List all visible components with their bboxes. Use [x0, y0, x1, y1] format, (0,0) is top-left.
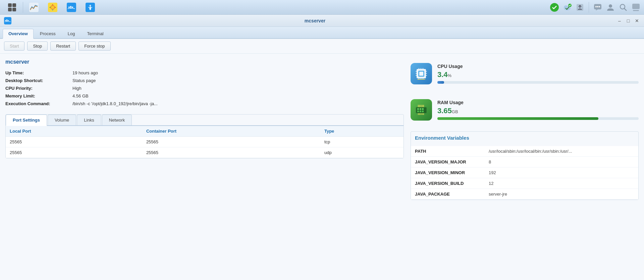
svg-point-7	[51, 6, 54, 9]
stop-button[interactable]: Stop	[27, 42, 48, 51]
status-ok-icon[interactable]	[549, 2, 560, 13]
svg-line-28	[624, 8, 627, 11]
tab-port-settings[interactable]: Port Settings	[6, 115, 47, 126]
bottom-tabs: Port Settings Volume Links Network	[6, 115, 404, 126]
apps-icon[interactable]	[631, 2, 641, 13]
ram-usage-card: RAM Usage 3.65GB	[411, 95, 639, 125]
cpu-priority-label: CPU Priority:	[5, 86, 72, 91]
main-window: mcserver – □ ✕ Overview Process Log Term…	[0, 15, 644, 280]
env-value: /usr/local/sbin:/usr/local/bin:/usr/sbin…	[485, 146, 638, 157]
env-table: PATH /usr/local/sbin:/usr/local/bin:/usr…	[411, 146, 638, 200]
svg-point-27	[620, 4, 625, 9]
main-tabs: Overview Process Log Terminal	[0, 27, 644, 39]
svg-rect-54	[417, 108, 419, 110]
svg-point-26	[609, 4, 612, 8]
svg-rect-38	[419, 72, 423, 76]
svg-rect-0	[8, 3, 12, 7]
tab-links[interactable]: Links	[77, 115, 101, 125]
shortcut-value: Status page	[72, 78, 96, 83]
svg-point-23	[595, 6, 597, 7]
svg-point-24	[597, 6, 598, 7]
cpu-progress-bg	[437, 81, 639, 84]
minimize-button[interactable]: –	[616, 18, 623, 24]
tab-network[interactable]: Network	[102, 115, 132, 125]
right-panel: CPU Usage 3.4%	[411, 59, 639, 275]
taskbar	[0, 0, 644, 15]
list-item: JAVA_PACKAGE server-jre	[411, 189, 638, 200]
svg-rect-32	[5, 20, 6, 21]
port-table: Local Port Container Port Type 25565 255…	[6, 126, 404, 158]
svg-rect-60	[418, 113, 419, 115]
svg-rect-39	[419, 68, 419, 69]
ram-progress-bg	[437, 117, 639, 120]
svg-rect-56	[422, 108, 424, 110]
uptime-row: Up Time: 19 hours ago	[5, 69, 404, 77]
env-value: server-jre	[485, 189, 638, 200]
svg-rect-30	[633, 10, 639, 11]
ram-icon	[411, 99, 432, 121]
col-local-port: Local Port	[6, 126, 142, 137]
search-icon[interactable]	[618, 2, 629, 13]
tab-volume[interactable]: Volume	[48, 115, 76, 125]
svg-rect-57	[417, 111, 419, 112]
user-icon[interactable]	[605, 2, 616, 13]
shortcut-row: Desktop Shortcut: Status page	[5, 77, 404, 84]
ram-usage-value: 3.65GB	[437, 107, 639, 115]
cpu-icon	[411, 63, 432, 84]
svg-rect-50	[426, 75, 427, 76]
env-key: JAVA_VERSION_MINOR	[411, 167, 485, 178]
cloud-sync-icon[interactable]	[562, 2, 573, 13]
force-stop-button[interactable]: Force stop	[78, 42, 110, 51]
type-cell: tcp	[320, 137, 404, 147]
svg-point-25	[599, 6, 600, 7]
svg-rect-10	[70, 6, 71, 7]
env-value: 192	[485, 167, 638, 178]
upload-icon[interactable]	[575, 2, 585, 13]
restore-button[interactable]: □	[625, 18, 631, 24]
svg-rect-68	[422, 105, 423, 107]
taskbar-app-docker[interactable]	[62, 1, 81, 14]
cpu-usage-title: CPU Usage	[437, 64, 639, 69]
env-section: Environment Variables PATH /usr/local/sb…	[411, 131, 639, 200]
restart-button[interactable]: Restart	[50, 42, 76, 51]
col-container-port: Container Port	[142, 126, 320, 137]
cpu-usage-value: 3.4%	[437, 70, 639, 79]
exec-command-label: Execution Command:	[5, 101, 72, 106]
memory-limit-label: Memory Limit:	[5, 93, 72, 98]
svg-rect-29	[632, 4, 640, 9]
cpu-usage-card: CPU Usage 3.4%	[411, 59, 639, 88]
server-info-table: Up Time: 19 hours ago Desktop Shortcut: …	[5, 69, 404, 108]
svg-rect-66	[419, 105, 420, 107]
taskbar-app-stocks[interactable]	[24, 1, 43, 14]
svg-rect-9	[68, 7, 70, 8]
chat-icon[interactable]	[592, 2, 603, 13]
svg-point-14	[89, 8, 91, 10]
list-item: JAVA_VERSION_BUILD 12	[411, 178, 638, 189]
toolbar: Start Stop Restart Force stop	[0, 39, 644, 54]
local-port-cell: 25565	[6, 147, 142, 158]
svg-rect-65	[418, 105, 419, 107]
start-button[interactable]: Start	[4, 42, 24, 51]
svg-rect-58	[420, 111, 421, 112]
tab-terminal[interactable]: Terminal	[82, 29, 109, 38]
svg-rect-46	[416, 73, 417, 74]
table-row: 25565 25565 udp	[6, 147, 404, 158]
svg-rect-62	[421, 113, 421, 115]
svg-rect-40	[421, 68, 421, 69]
taskbar-app-grid[interactable]	[3, 1, 21, 14]
svg-rect-35	[8, 20, 9, 21]
svg-rect-33	[6, 19, 7, 20]
svg-rect-48	[426, 71, 427, 72]
tab-process[interactable]: Process	[34, 29, 61, 38]
close-button[interactable]: ✕	[634, 18, 640, 24]
table-row: 25565 25565 tcp	[6, 137, 404, 147]
taskbar-app-docker2[interactable]	[81, 1, 100, 14]
taskbar-app-photos[interactable]	[43, 1, 62, 14]
env-title: Environment Variables	[415, 135, 634, 142]
env-value: 8	[485, 157, 638, 167]
tab-overview[interactable]: Overview	[3, 29, 34, 39]
svg-rect-51	[417, 79, 425, 80]
tab-log[interactable]: Log	[62, 29, 81, 38]
svg-rect-2	[8, 8, 12, 11]
svg-rect-3	[12, 8, 16, 11]
